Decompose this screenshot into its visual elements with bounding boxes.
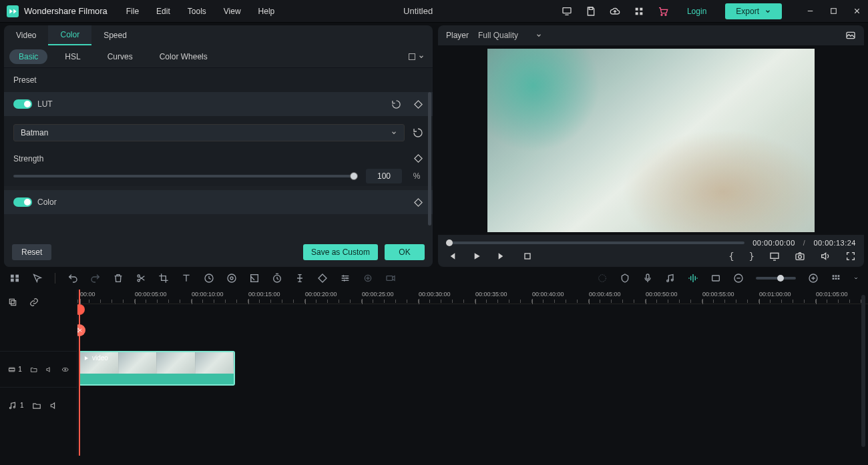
compare-toggle[interactable] <box>409 53 425 60</box>
step-forward-icon[interactable] <box>497 251 507 262</box>
cloud-upload-icon[interactable] <box>610 6 620 17</box>
svg-rect-12 <box>796 254 804 260</box>
timeline-tracks[interactable]: 00:00 00:00:05:00 00:00:10:00 00:00:15:0… <box>77 290 868 456</box>
undo-icon[interactable] <box>67 273 78 284</box>
zoom-in-icon[interactable] <box>808 273 819 284</box>
keyframe-icon[interactable] <box>413 197 423 207</box>
group-icon[interactable] <box>363 273 373 284</box>
save-icon[interactable] <box>586 6 596 17</box>
mic-icon[interactable] <box>642 273 653 284</box>
greenscreen-icon[interactable] <box>249 273 260 284</box>
menu-edit[interactable]: Edit <box>156 7 170 16</box>
zoom-slider[interactable] <box>756 277 796 280</box>
ok-button[interactable]: OK <box>385 244 425 260</box>
track-manager-icon[interactable] <box>9 273 20 284</box>
folder-icon[interactable] <box>32 401 41 410</box>
subtab-hsl[interactable]: HSL <box>55 49 89 64</box>
text-icon[interactable] <box>181 273 192 284</box>
zoom-thumb[interactable] <box>777 275 784 282</box>
stop-icon[interactable] <box>522 251 533 262</box>
color-tag-icon[interactable] <box>226 273 237 284</box>
adjust-icon[interactable] <box>340 273 351 284</box>
export-button[interactable]: Export <box>725 3 782 19</box>
tab-video[interactable]: Video <box>4 25 48 45</box>
duration-icon[interactable] <box>272 273 282 284</box>
record-icon[interactable] <box>385 273 396 284</box>
step-back-icon[interactable] <box>446 251 457 262</box>
subtab-color-wheels[interactable]: Color Wheels <box>150 49 217 64</box>
eye-icon[interactable] <box>61 365 69 374</box>
redo-icon[interactable] <box>90 273 101 284</box>
reset-icon[interactable] <box>391 99 401 109</box>
speed-icon[interactable] <box>204 273 214 284</box>
playhead[interactable] <box>79 290 80 456</box>
mark-out-icon[interactable]: } <box>749 251 754 262</box>
lut-reset-icon[interactable] <box>413 127 423 138</box>
tab-color[interactable]: Color <box>48 25 91 45</box>
video-track-num: 1 <box>18 366 22 373</box>
subtab-curves[interactable]: Curves <box>98 49 142 64</box>
save-as-custom-button[interactable]: Save as Custom <box>303 244 378 260</box>
quality-dropdown[interactable]: Full Quality <box>478 31 542 40</box>
copy-icon[interactable] <box>8 298 17 307</box>
crop-icon[interactable] <box>158 273 169 284</box>
playhead-split-icon[interactable] <box>77 324 85 336</box>
lut-toggle[interactable] <box>13 99 32 109</box>
lut-dropdown[interactable]: Batman <box>13 124 405 141</box>
login-button[interactable]: Login <box>682 4 712 19</box>
display-icon[interactable] <box>769 251 780 262</box>
timeline-clip[interactable]: video <box>79 351 235 386</box>
menu-file[interactable]: File <box>126 7 139 16</box>
fullscreen-icon[interactable] <box>845 251 856 262</box>
color-toggle[interactable] <box>13 197 32 207</box>
audio-mix-icon[interactable] <box>665 273 676 284</box>
lut-label: LUT <box>37 99 53 109</box>
keyframe-tool-icon[interactable] <box>294 273 305 284</box>
play-icon[interactable] <box>471 251 482 262</box>
ruler-mark: 00:00:15:00 <box>248 291 280 298</box>
camera-icon[interactable] <box>795 251 805 262</box>
scrub-bar[interactable] <box>446 242 744 244</box>
view-mode-icon[interactable] <box>831 273 841 284</box>
preset-section-header[interactable]: Preset <box>4 68 433 92</box>
snapshot-icon[interactable] <box>845 30 856 41</box>
link-icon[interactable] <box>29 298 39 307</box>
apps-grid-icon[interactable] <box>634 6 644 17</box>
panel-scrollbar[interactable] <box>428 92 431 225</box>
split-icon[interactable] <box>136 273 146 284</box>
mark-in-icon[interactable]: { <box>728 251 734 262</box>
time-ruler[interactable]: 00:00 00:00:05:00 00:00:10:00 00:00:15:0… <box>77 290 868 304</box>
frame-icon[interactable] <box>710 273 721 284</box>
strength-value[interactable]: 100 <box>366 169 402 183</box>
menu-view[interactable]: View <box>224 7 241 16</box>
keyframe-icon[interactable] <box>413 153 423 163</box>
chevron-down-icon[interactable] <box>853 273 859 284</box>
svg-point-48 <box>77 331 79 332</box>
mute-icon[interactable] <box>49 401 59 410</box>
timeline-scrollbar[interactable] <box>861 295 865 447</box>
render-icon[interactable] <box>597 273 608 284</box>
mask-icon[interactable] <box>317 273 328 284</box>
close-icon[interactable] <box>853 7 861 15</box>
menu-help[interactable]: Help <box>258 7 275 16</box>
subtab-basic[interactable]: Basic <box>9 49 47 64</box>
zoom-out-icon[interactable] <box>733 273 744 284</box>
delete-icon[interactable] <box>113 273 124 284</box>
auto-beat-icon[interactable] <box>688 273 698 284</box>
strength-slider[interactable] <box>13 175 358 177</box>
monitor-icon[interactable] <box>562 6 572 17</box>
slider-thumb[interactable] <box>350 172 358 180</box>
reset-button[interactable]: Reset <box>12 244 51 260</box>
minimize-icon[interactable] <box>806 7 815 15</box>
scrub-thumb[interactable] <box>446 240 453 246</box>
volume-icon[interactable] <box>820 251 831 262</box>
keyframe-icon[interactable] <box>413 99 423 109</box>
maximize-icon[interactable] <box>829 7 838 15</box>
tab-speed[interactable]: Speed <box>91 25 139 45</box>
menu-tools[interactable]: Tools <box>188 7 206 16</box>
cart-icon[interactable] <box>658 6 668 17</box>
marker-icon[interactable] <box>620 273 630 284</box>
select-tool-icon[interactable] <box>32 273 43 284</box>
folder-icon[interactable] <box>30 365 37 374</box>
mute-icon[interactable] <box>45 365 53 374</box>
